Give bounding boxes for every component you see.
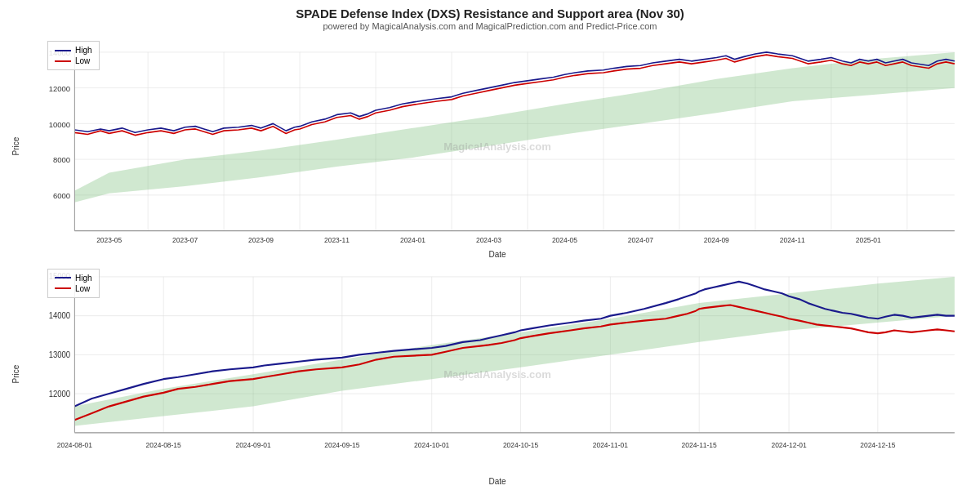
- chart1-legend-high: High: [55, 46, 92, 55]
- svg-text:2024-09-01: 2024-09-01: [235, 440, 270, 449]
- svg-text:2024-10-15: 2024-10-15: [503, 440, 538, 449]
- svg-text:2024-09-15: 2024-09-15: [324, 440, 359, 449]
- svg-text:2025-01: 2025-01: [856, 236, 881, 244]
- svg-text:2024-08-15: 2024-08-15: [146, 440, 181, 449]
- svg-text:6000: 6000: [53, 191, 70, 200]
- main-container: SPADE Defense Index (DXS) Resistance and…: [0, 0, 980, 490]
- chart1-svg: 14000 12000 10000 8000 6000 2023-05 2023…: [23, 34, 972, 249]
- chart2-inner: High Low MagicalAnalysis.com: [23, 262, 972, 487]
- chart1-x-label: Date: [23, 250, 972, 259]
- svg-text:2024-05: 2024-05: [552, 236, 577, 244]
- svg-text:10000: 10000: [49, 120, 70, 129]
- chart2-legend-high: High: [55, 274, 92, 283]
- svg-text:2023-07: 2023-07: [172, 236, 198, 244]
- svg-text:2023-05: 2023-05: [96, 236, 122, 244]
- chart2-low-line-icon: [55, 287, 71, 289]
- chart1-legend: High Low: [47, 41, 100, 70]
- svg-text:2024-09: 2024-09: [704, 236, 729, 244]
- chart2-low-label: Low: [75, 284, 90, 293]
- svg-text:2024-10-01: 2024-10-01: [414, 440, 449, 449]
- svg-text:2024-12-01: 2024-12-01: [771, 440, 806, 449]
- chart2-x-label: Date: [23, 477, 972, 486]
- chart1-legend-low: Low: [55, 56, 92, 65]
- svg-text:2024-11: 2024-11: [780, 236, 805, 244]
- chart2-high-label: High: [75, 274, 92, 283]
- chart1-inner: High Low MagicalAnalysis.com: [23, 34, 972, 259]
- page-title: SPADE Defense Index (DXS) Resistance and…: [8, 7, 972, 20]
- svg-text:2024-12-15: 2024-12-15: [860, 440, 895, 449]
- chart1-low-label: Low: [75, 56, 90, 65]
- svg-text:2024-08-01: 2024-08-01: [57, 440, 92, 449]
- chart2-container: Price High Low MagicalAnalysis.com: [8, 262, 972, 487]
- charts-wrapper: Price High Low MagicalAnalysis.com: [8, 34, 972, 486]
- svg-text:12000: 12000: [49, 389, 71, 399]
- page-subtitle: powered by MagicalAnalysis.com and Magic…: [8, 21, 972, 31]
- svg-text:2024-03: 2024-03: [476, 236, 501, 244]
- svg-text:2023-11: 2023-11: [324, 236, 350, 244]
- chart2-high-line-icon: [55, 277, 71, 278]
- svg-marker-64: [74, 276, 954, 425]
- svg-text:2024-11-01: 2024-11-01: [593, 440, 628, 449]
- chart1-y-label: Price: [8, 34, 23, 259]
- svg-text:8000: 8000: [53, 155, 70, 164]
- svg-text:2024-01: 2024-01: [400, 236, 425, 244]
- chart2-svg: 15000 14000 13000 12000 2024-08-01 2024-…: [23, 262, 972, 477]
- chart1-high-label: High: [75, 46, 92, 55]
- svg-text:14000: 14000: [49, 310, 71, 320]
- svg-text:2024-07: 2024-07: [628, 236, 653, 244]
- svg-text:2024-11-15: 2024-11-15: [682, 440, 717, 449]
- svg-text:12000: 12000: [49, 84, 70, 93]
- high-line-icon: [55, 50, 71, 51]
- svg-text:13000: 13000: [49, 350, 71, 359]
- chart2-legend: High Low: [47, 269, 100, 298]
- chart1-container: Price High Low MagicalAnalysis.com: [8, 34, 972, 259]
- chart2-legend-low: Low: [55, 284, 92, 293]
- low-line-icon: [55, 60, 71, 62]
- svg-text:2023-09: 2023-09: [248, 236, 274, 244]
- chart2-y-label: Price: [8, 262, 23, 487]
- svg-marker-33: [74, 52, 954, 203]
